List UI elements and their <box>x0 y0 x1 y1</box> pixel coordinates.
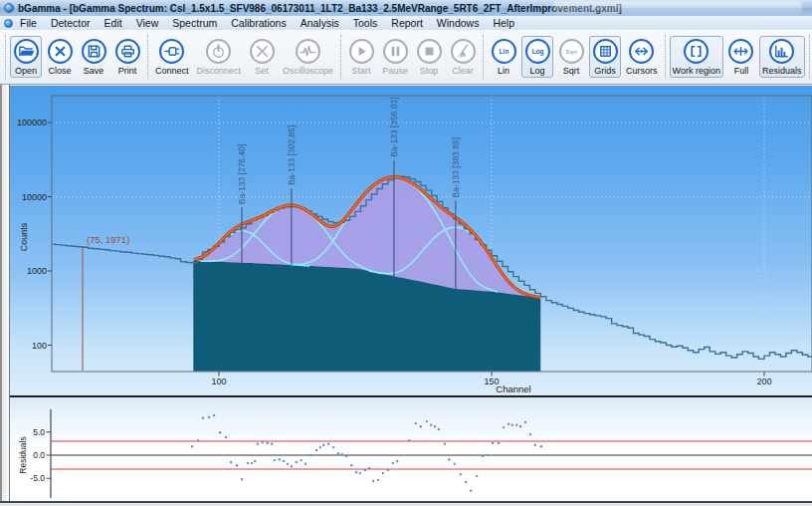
toolbar-separator <box>5 35 6 79</box>
residual-point <box>279 458 281 460</box>
residual-point <box>332 446 334 448</box>
residual-point <box>415 422 417 424</box>
menu-item-spectrum[interactable]: Spectrum <box>165 17 224 30</box>
residual-point <box>420 425 422 427</box>
save-button[interactable]: Save <box>78 36 109 78</box>
residual-point <box>476 475 478 477</box>
menu-item-windows[interactable]: Windows <box>430 17 487 30</box>
window-bottom-edge <box>0 501 812 506</box>
residual-point <box>337 452 339 454</box>
svg-text:Lin: Lin <box>499 48 508 55</box>
residual-point <box>448 458 450 460</box>
residual-point <box>296 461 298 463</box>
lin-button[interactable]: LinLin <box>488 36 519 78</box>
toolbar-separator <box>809 35 810 79</box>
residual-point <box>387 469 389 471</box>
sqrt-button[interactable]: SqrtSqrt <box>555 36 587 78</box>
menu-item-file[interactable]: File <box>13 17 44 30</box>
full-button[interactable]: Full <box>725 36 757 78</box>
toolbar-button-label: Set <box>255 66 269 76</box>
menu-item-help[interactable]: Help <box>486 17 521 30</box>
spectrum-panel: Ba-133 [276.40]Ba-133 [302.85]Ba-133 [35… <box>10 86 812 394</box>
toolbar-group: Work regionFullResiduals <box>669 36 806 78</box>
toolbar-group: LinLinLogLogSqrtSqrtGridsCursors <box>487 36 662 78</box>
peak-label: Ba-133 [383.85] <box>451 137 461 198</box>
residual-point <box>408 439 410 441</box>
menu-item-tools[interactable]: Tools <box>346 17 385 30</box>
toolbar-button-label: Start <box>352 66 371 76</box>
residual-point <box>426 420 428 422</box>
toolbar-group: ConnectDisconnectSetOscilloscope <box>151 36 337 78</box>
residuals-plot[interactable]: 5.00.0-5.0Residuals <box>0 395 812 501</box>
connect-button[interactable]: Connect <box>152 36 192 78</box>
residuals-tick-label: -5.0 <box>30 473 45 483</box>
residual-point <box>350 464 352 466</box>
svg-text:Sqrt: Sqrt <box>565 49 576 55</box>
text-log-icon: Log <box>525 39 550 64</box>
residuals-button[interactable]: Residuals <box>759 36 805 78</box>
residual-point <box>519 425 521 427</box>
residual-point <box>396 460 398 462</box>
print-button[interactable]: Print <box>111 36 143 78</box>
plug-icon <box>159 39 184 64</box>
x-axis-title: Channel <box>496 383 530 394</box>
spectrum-plot[interactable]: Ba-133 [276.40]Ba-133 [302.85]Ba-133 [35… <box>0 86 812 394</box>
toolbar-button-label: Disconnect <box>197 66 242 76</box>
y-tick-label: 100 <box>32 341 47 351</box>
residual-point <box>213 414 215 416</box>
toolbar-group: OpenCloseSavePrint <box>9 36 144 78</box>
residual-point <box>345 455 347 457</box>
residual-point <box>191 445 193 447</box>
set-button: Set <box>246 36 278 78</box>
residual-point <box>438 428 440 430</box>
menu-item-report[interactable]: Report <box>384 17 430 30</box>
peak-label: Ba-133 [356.01] <box>389 97 399 157</box>
toolbar-separator <box>665 35 666 79</box>
residuals-tick-label: 0.0 <box>33 450 45 460</box>
menu-item-calibrations[interactable]: Calibrations <box>224 17 293 30</box>
close-x-icon <box>48 39 73 64</box>
window-title: bGamma - [bGamma Spectrum: CsI_1.5x1.5_S… <box>18 3 622 14</box>
text-sqrt-icon: Sqrt <box>559 39 584 64</box>
text-lin-icon: Lin <box>492 39 516 64</box>
cursor-marker[interactable]: (75, 1971) <box>83 234 129 371</box>
menu-item-detector[interactable]: Detector <box>44 17 98 30</box>
residual-point <box>377 479 379 481</box>
residuals-tick-label: 5.0 <box>33 427 45 437</box>
menu-item-analysis[interactable]: Analysis <box>294 17 346 30</box>
toolbar-button-label: Cursors <box>626 66 658 76</box>
residual-point <box>327 443 329 445</box>
toolbar-button-label: Stop <box>420 66 439 76</box>
svg-text:Log: Log <box>531 48 543 56</box>
title-bar[interactable]: bGamma - [bGamma Spectrum: CsI_1.5x1.5_S… <box>0 0 812 17</box>
residual-point <box>392 462 394 464</box>
grids-button[interactable]: Grids <box>589 36 621 78</box>
app-icon <box>4 3 14 13</box>
stop-button: Stop <box>413 36 445 78</box>
x-tick-label: 100 <box>211 377 226 386</box>
work-region-button[interactable]: Work region <box>670 36 723 78</box>
residual-point <box>236 464 238 466</box>
residual-point <box>524 421 526 423</box>
menu-item-edit[interactable]: Edit <box>98 17 129 30</box>
toolbar-separator <box>340 35 341 79</box>
residual-point <box>368 467 370 469</box>
log-button[interactable]: LogLog <box>521 36 553 78</box>
y-tick-label: 10000 <box>22 192 47 202</box>
residual-point <box>247 462 249 464</box>
y-tick-label: 1000 <box>27 266 47 276</box>
menu-item-view[interactable]: View <box>129 17 166 30</box>
residual-point <box>287 463 289 465</box>
cursors-button[interactable]: Cursors <box>623 36 661 78</box>
close-button[interactable]: Close <box>44 36 76 78</box>
residual-point <box>202 417 204 419</box>
residual-point <box>315 449 317 451</box>
open-button[interactable]: Open <box>10 36 42 78</box>
residual-point <box>540 445 542 447</box>
residual-point <box>254 460 256 462</box>
residual-point <box>382 472 384 474</box>
toolbar: OpenCloseSavePrintConnectDisconnectSetOs… <box>0 30 812 85</box>
pause-button: Pause <box>379 36 411 78</box>
toolbar-button-label: Print <box>118 66 137 76</box>
residual-point <box>508 423 509 425</box>
